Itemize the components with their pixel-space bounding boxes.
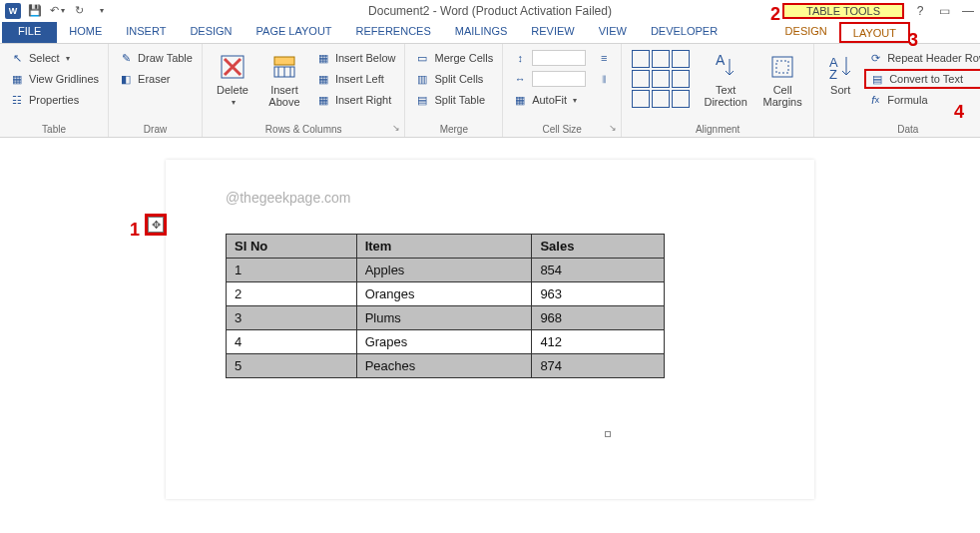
minimize-icon[interactable]: — xyxy=(960,3,976,19)
table-cell[interactable]: 1 xyxy=(227,259,357,282)
table-cell[interactable]: Grapes xyxy=(356,330,532,354)
tab-table-design[interactable]: DESIGN xyxy=(773,22,839,43)
tab-review[interactable]: REVIEW xyxy=(519,22,586,43)
table-cell[interactable]: 3 xyxy=(227,306,357,330)
table-header-cell[interactable]: SI No xyxy=(227,235,357,259)
table-row[interactable]: 1Apples854 xyxy=(227,259,665,282)
tab-mailings[interactable]: MAILINGS xyxy=(443,22,520,43)
customize-qat-icon[interactable]: ▾ xyxy=(92,2,110,20)
eraser-icon: ◧ xyxy=(118,71,134,87)
table-cell[interactable]: 4 xyxy=(227,330,357,354)
convert-to-text-button[interactable]: ▤Convert to Text xyxy=(864,69,980,89)
align-mid-right[interactable] xyxy=(672,70,690,88)
annotation-4: 4 xyxy=(954,102,964,123)
align-bot-left[interactable] xyxy=(632,90,650,108)
align-mid-left[interactable] xyxy=(632,70,650,88)
draw-table-button[interactable]: ✎Draw Table xyxy=(115,48,196,68)
insert-right-button[interactable]: ▦Insert Right xyxy=(312,90,399,110)
align-top-left[interactable] xyxy=(632,50,650,68)
redo-icon[interactable]: ↻ xyxy=(70,2,88,20)
tab-view[interactable]: VIEW xyxy=(587,22,639,43)
sort-button[interactable]: AZ Sort xyxy=(820,48,860,110)
table-cell[interactable]: 963 xyxy=(532,282,665,306)
align-mid-center[interactable] xyxy=(652,70,670,88)
table-resize-handle[interactable] xyxy=(605,431,611,437)
distribute-rows-button[interactable]: ≡ xyxy=(593,48,615,68)
sort-label: Sort xyxy=(830,84,850,96)
delete-label: Delete xyxy=(217,84,248,96)
tab-developer[interactable]: DEVELOPER xyxy=(639,22,730,43)
table-header-cell[interactable]: Item xyxy=(356,235,532,259)
height-input[interactable]: ↕ xyxy=(509,48,589,68)
split-cells-button[interactable]: ▥Split Cells xyxy=(411,69,496,89)
table-row[interactable]: 3Plums968 xyxy=(227,306,665,330)
tab-home[interactable]: HOME xyxy=(57,22,114,43)
tab-references[interactable]: REFERENCES xyxy=(344,22,443,43)
col-width-icon: ↔ xyxy=(512,71,528,87)
svg-rect-2 xyxy=(274,57,294,65)
document-page[interactable]: @thegeekpage.com 1 ✥ SI NoItemSales 1App… xyxy=(166,160,814,499)
tab-page-layout[interactable]: PAGE LAYOUT xyxy=(245,22,344,43)
undo-icon[interactable]: ↶▾ xyxy=(48,2,66,20)
delete-button[interactable]: Delete ▾ xyxy=(209,48,256,110)
table-cell[interactable]: 412 xyxy=(532,330,665,354)
tab-design[interactable]: DESIGN xyxy=(178,22,244,43)
align-top-center[interactable] xyxy=(652,50,670,68)
insert-above-button[interactable]: Insert Above xyxy=(260,48,308,110)
word-app-icon[interactable]: W xyxy=(4,2,22,20)
save-icon[interactable]: 💾 xyxy=(26,2,44,20)
align-top-right[interactable] xyxy=(672,50,690,68)
eraser-button[interactable]: ◧Eraser xyxy=(115,69,196,89)
autofit-button[interactable]: ▦AutoFit▾ xyxy=(509,90,589,110)
titlebar: W 💾 ↶▾ ↻ ▾ Document2 - Word (Product Act… xyxy=(0,0,980,22)
width-input[interactable]: ↔ xyxy=(509,69,589,89)
properties-icon: ☷ xyxy=(9,92,25,108)
distribute-cols-button[interactable]: ⦀ xyxy=(593,69,615,89)
table-row[interactable]: 5Peaches874 xyxy=(227,354,665,378)
rows-cols-launcher[interactable]: ↘ xyxy=(392,123,402,133)
tab-table-layout[interactable]: LAYOUT xyxy=(839,22,910,43)
grid-icon: ▦ xyxy=(9,71,25,87)
group-merge-label: Merge xyxy=(411,122,496,137)
draw-table-label: Draw Table xyxy=(138,52,193,64)
ribbon-display-options-icon[interactable]: ▭ xyxy=(936,3,952,19)
table-cell[interactable]: 968 xyxy=(532,306,665,330)
table-row[interactable]: 4Grapes412 xyxy=(227,330,665,354)
tab-file[interactable]: FILE xyxy=(2,22,57,43)
help-icon[interactable]: ? xyxy=(912,3,928,19)
split-cells-icon: ▥ xyxy=(414,71,430,87)
table-header-cell[interactable]: Sales xyxy=(532,235,665,259)
align-bot-right[interactable] xyxy=(672,90,690,108)
delete-icon xyxy=(218,52,247,82)
align-bot-center[interactable] xyxy=(652,90,670,108)
table-cell[interactable]: Oranges xyxy=(356,282,532,306)
insert-left-label: Insert Left xyxy=(335,73,384,85)
properties-button[interactable]: ☷Properties xyxy=(6,90,102,110)
insert-below-button[interactable]: ▦Insert Below xyxy=(312,48,399,68)
repeat-header-rows-button[interactable]: ⟳Repeat Header Rows xyxy=(864,48,980,68)
table-move-handle[interactable]: ✥ xyxy=(148,217,164,233)
insert-above-icon xyxy=(269,52,299,82)
cell-margins-button[interactable]: Cell Margins xyxy=(757,48,807,110)
view-gridlines-button[interactable]: ▦View Gridlines xyxy=(6,69,102,89)
split-table-button[interactable]: ▤Split Table xyxy=(411,90,496,110)
table-cell[interactable]: Peaches xyxy=(356,354,532,378)
table-cell[interactable]: 874 xyxy=(532,354,665,378)
autofit-icon: ▦ xyxy=(512,92,528,108)
table-cell[interactable]: 5 xyxy=(227,354,357,378)
table-cell[interactable]: Apples xyxy=(356,259,532,282)
text-direction-button[interactable]: A Text Direction xyxy=(698,48,753,110)
table-cell[interactable]: Plums xyxy=(356,306,532,330)
select-button[interactable]: ↖Select▾ xyxy=(6,48,102,68)
document-table[interactable]: SI NoItemSales 1Apples8542Oranges9633Plu… xyxy=(226,234,665,378)
cell-size-launcher[interactable]: ↘ xyxy=(609,123,619,133)
tab-insert[interactable]: INSERT xyxy=(114,22,178,43)
insert-below-label: Insert Below xyxy=(335,52,396,64)
merge-cells-button[interactable]: ▭Merge Cells xyxy=(411,48,496,68)
annotation-2: 2 xyxy=(770,4,780,25)
table-cell[interactable]: 2 xyxy=(227,282,357,306)
merge-cells-icon: ▭ xyxy=(414,50,430,66)
insert-left-button[interactable]: ▦Insert Left xyxy=(312,69,399,89)
table-cell[interactable]: 854 xyxy=(532,259,665,282)
table-row[interactable]: 2Oranges963 xyxy=(227,282,665,306)
